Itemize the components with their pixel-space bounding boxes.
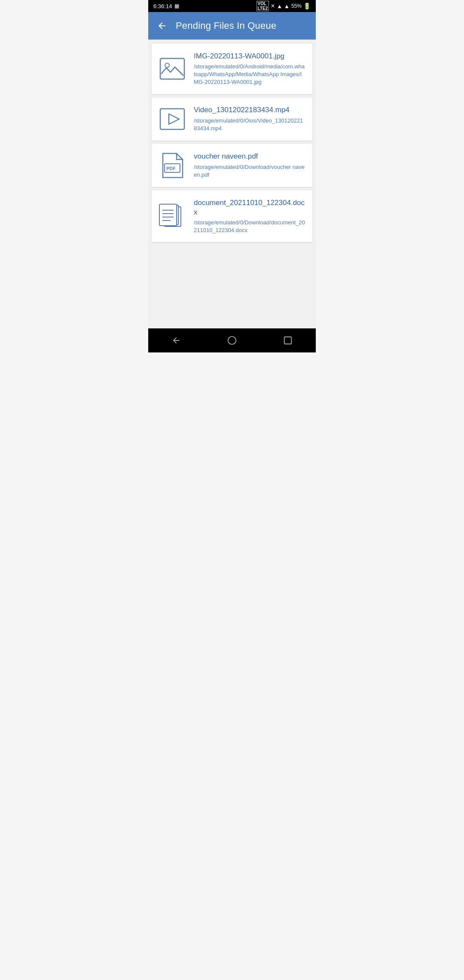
file-info: IMG-20220113-WA0001.jpg /storage/emulate…: [194, 52, 305, 86]
file-path: /storage/emulated/0/Android/media/com.wh…: [194, 63, 305, 86]
list-item[interactable]: PDF voucher naveen.pdf /storage/emulated…: [152, 144, 312, 187]
signal-x-icon: ✕: [271, 3, 275, 9]
status-time-area: 6:36:14 ▦: [153, 3, 179, 9]
video-icon: [159, 105, 186, 133]
svg-marker-3: [169, 114, 179, 124]
file-info: document_20211010_122304.docx /storage/e…: [194, 198, 305, 235]
lte-icon: VOLLTE2: [256, 1, 269, 11]
file-path: /storage/emulated/0/Download/voucher nav…: [194, 163, 305, 179]
svg-rect-14: [284, 337, 292, 344]
svg-rect-8: [159, 204, 177, 226]
svg-rect-0: [160, 58, 184, 79]
pdf-icon: PDF: [159, 152, 186, 179]
nav-back-button[interactable]: [167, 331, 185, 349]
file-list: IMG-20220113-WA0001.jpg /storage/emulate…: [148, 40, 316, 328]
svg-point-13: [228, 337, 236, 344]
image-icon: [159, 55, 186, 83]
file-info: Video_13012022183434.mp4 /storage/emulat…: [194, 105, 305, 132]
battery-percent: 55%: [291, 3, 302, 9]
list-item[interactable]: document_20211010_122304.docx /storage/e…: [152, 190, 312, 242]
back-arrow-icon: [157, 21, 167, 31]
status-icons: VOLLTE2 ✕ ▲ ▲ 55% 🔋: [256, 1, 311, 11]
notification-icon: ▦: [174, 3, 179, 9]
nav-home-button[interactable]: [223, 331, 241, 349]
file-name: IMG-20220113-WA0001.jpg: [194, 52, 305, 61]
file-path: /storage/emulated/0/Download/document_20…: [194, 219, 305, 234]
file-name: document_20211010_122304.docx: [194, 198, 305, 217]
app-bar: Pending Files In Queue: [148, 12, 316, 40]
docx-icon: [159, 202, 186, 230]
svg-rect-2: [160, 109, 184, 129]
signal-icon: ▲: [277, 3, 282, 9]
status-time: 6:36:14: [153, 3, 172, 9]
file-name: voucher naveen.pdf: [194, 152, 305, 161]
file-name: Video_13012022183434.mp4: [194, 105, 305, 115]
nav-bar: [148, 328, 316, 352]
svg-point-1: [165, 63, 169, 67]
page-title: Pending Files In Queue: [176, 20, 276, 31]
back-button[interactable]: [155, 19, 169, 33]
file-info: voucher naveen.pdf /storage/emulated/0/D…: [194, 152, 305, 178]
status-bar: 6:36:14 ▦ VOLLTE2 ✕ ▲ ▲ 55% 🔋: [148, 0, 316, 12]
battery-icon: 🔋: [303, 3, 311, 9]
list-item[interactable]: IMG-20220113-WA0001.jpg /storage/emulate…: [152, 44, 312, 94]
svg-text:PDF: PDF: [166, 166, 176, 171]
nav-recents-button[interactable]: [279, 331, 297, 349]
list-item[interactable]: Video_13012022183434.mp4 /storage/emulat…: [152, 98, 312, 141]
signal-icon2: ▲: [284, 3, 290, 9]
file-path: /storage/emulated/0/Oios/Video_130120221…: [194, 117, 305, 132]
